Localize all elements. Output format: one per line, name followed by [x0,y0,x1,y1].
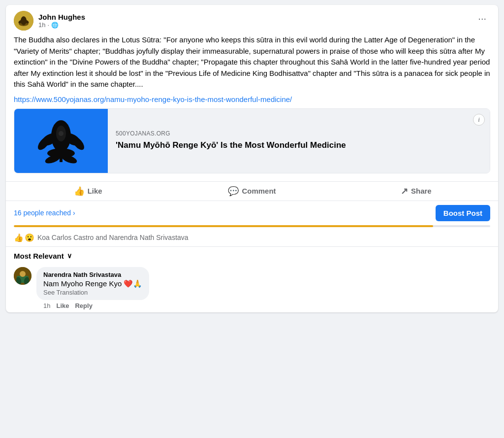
comment-button[interactable]: 💬 Comment [171,183,333,200]
comment-like-button[interactable]: Like [56,302,69,309]
post-header: John Hughes 1h · 🌐 ··· [6,5,498,31]
comment-avatar [14,267,32,285]
post-actions: 👍 Like 💬 Comment ↗ Share [6,181,498,201]
link-title: 'Namu Myōhō Renge Kyō' Is the Most Wonde… [116,140,482,151]
comment-author: Narendra Nath Srivastava [43,271,142,278]
like-button[interactable]: 👍 Like [7,183,169,200]
comments-section: Most Relevant ∨ Nare [6,246,498,312]
reactions-row: 👍 😮 Koa Carlos Castro and Narendra Nath … [6,230,498,246]
info-button[interactable]: i [473,114,485,126]
post-card: John Hughes 1h · 🌐 ··· The Buddha also d… [6,5,498,312]
see-translation-link[interactable]: See Translation [43,289,142,296]
post-link[interactable]: https://www.500yojanas.org/namu-myoho-re… [14,95,490,103]
boost-section: 16 people reached › Boost Post [6,201,498,225]
share-button[interactable]: ↗ Share [335,183,497,200]
svg-point-19 [20,271,26,277]
post-body: The Buddha also declares in the Lotus Sū… [6,31,498,181]
comment-bubble: Narendra Nath Srivastava Nam Myoho Renge… [36,267,149,300]
sort-bar[interactable]: Most Relevant ∨ [14,247,490,264]
link-source: 500YOJANAS.ORG [116,130,482,137]
reach-text[interactable]: 16 people reached › [14,209,75,217]
link-preview-content: 500YOJANAS.ORG 'Namu Myōhō Renge Kyō' Is… [108,109,490,173]
like-reaction-icon: 👍 [14,233,24,242]
author-name: John Hughes [38,13,85,21]
post-time: 1h [38,21,45,29]
globe-icon: 🌐 [51,22,59,29]
link-preview[interactable]: 500YOJANAS.ORG 'Namu Myōhō Renge Kyō' Is… [14,108,490,173]
link-preview-image [14,109,108,173]
comment-reply-button[interactable]: Reply [75,302,92,309]
wow-reaction-icon: 😮 [25,233,34,242]
comment-time: 1h [43,302,50,309]
comment: Narendra Nath Srivastava Nam Myoho Renge… [14,264,490,312]
author-avatar [14,11,33,31]
comment-icon: 💬 [228,186,239,197]
reach-chevron: › [73,209,75,217]
sort-chevron-icon: ∨ [67,252,72,260]
svg-point-16 [59,131,63,136]
progress-bar-container [6,225,498,230]
post-text: The Buddha also declares in the Lotus Sū… [14,34,490,90]
boost-button[interactable]: Boost Post [436,205,490,221]
reaction-icons: 👍 😮 [14,233,34,242]
progress-bar-fill [14,225,433,227]
comment-actions: 1h Like Reply [36,300,149,309]
reaction-text: Koa Carlos Castro and Narendra Nath Sriv… [37,234,189,241]
like-icon: 👍 [74,186,85,197]
post-meta: 1h · 🌐 [38,21,85,29]
share-icon: ↗ [401,186,408,197]
progress-bar [14,225,490,227]
comment-text: Nam Myoho Renge Kyo ❤️🙏 [43,278,142,289]
more-options-button[interactable]: ··· [474,11,490,26]
